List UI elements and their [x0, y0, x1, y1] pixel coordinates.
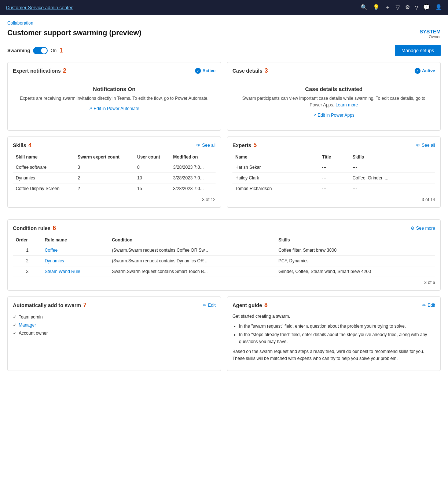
eye-icon: 👁 — [196, 143, 201, 148]
condition-rules-table: Order Rule name Condition Skills 1 Coffe… — [13, 235, 435, 277]
skill-user-count: 15 — [134, 183, 170, 194]
experts-table-head: Name Title Skills — [232, 152, 435, 162]
notifications-desc: Experts are receiving swarm invitations … — [16, 95, 212, 102]
auto-swarm-edit-link[interactable]: ✏ Edit — [203, 303, 216, 308]
expert-notifications-title: Expert notifications 2 — [13, 68, 66, 74]
page-header: Customer support swarming (preview) SYST… — [7, 29, 441, 39]
skills-table-head: Skill name Swarm expert count User count… — [13, 152, 216, 162]
chat-icon[interactable]: 💬 — [423, 4, 430, 11]
skill-expert-count: 3 — [74, 162, 134, 172]
case-details-header: Case details 3 ✓ Active — [232, 68, 435, 74]
experts-col-skills: Skills — [350, 152, 435, 162]
help-icon[interactable]: ? — [415, 4, 418, 11]
agent-guide-bullets: In the "swarm request" field, enter a qu… — [232, 323, 435, 346]
skill-user-count: 10 — [134, 172, 170, 183]
skills-title: Skills 4 — [13, 142, 32, 149]
cr-condition: (Swarm.Swarm request contains Dynamics O… — [109, 255, 275, 266]
expert-name: Tomas Richardson — [232, 183, 319, 194]
swarming-left: Swarming On 1 — [7, 47, 63, 54]
agent-guide-header: Agent guide 8 ✏ Edit — [232, 302, 435, 309]
skill-expert-count: 2 — [74, 183, 134, 194]
skills-col-name: Skill name — [13, 152, 74, 162]
agent-guide-title: Agent guide 8 — [232, 302, 268, 309]
edit-icon: ✏ — [203, 303, 206, 308]
skills-card: Skills 4 👁 See all Skill name Swarm expe… — [7, 136, 221, 208]
cr-name: Steam Wand Rule — [42, 266, 109, 277]
breadcrumb[interactable]: Collaboration — [7, 21, 441, 26]
external-link-icon-2: ↗ — [313, 113, 316, 117]
settings-icon[interactable]: ⚙ — [405, 4, 410, 11]
skills-see-all-link[interactable]: 👁 See all — [196, 143, 216, 148]
skill-modified: 3/28/2023 7:0... — [170, 183, 216, 194]
condition-rules-title: Condition rules 6 — [13, 225, 56, 232]
page-title: Customer support swarming (preview) — [7, 29, 142, 37]
agent-guide-edit-link[interactable]: ✏ Edit — [422, 303, 435, 308]
experts-see-all-link[interactable]: 👁 See all — [416, 143, 435, 148]
expert-title: --- — [319, 183, 350, 194]
skill-modified: 3/28/2023 7:0... — [170, 162, 216, 172]
cr-name: Coffee — [42, 245, 109, 255]
swarming-toggle[interactable] — [33, 47, 48, 54]
experts-title: Experts 5 — [232, 142, 257, 149]
auto-swarm-card: Automatically add to swarm 7 ✏ Edit Team… — [7, 296, 221, 371]
skills-col-expert-count: Swarm expert count — [74, 152, 134, 162]
list-item: Manager — [13, 321, 216, 329]
swarming-title: Swarming — [7, 48, 30, 53]
edit-power-automate-link[interactable]: ↗ Edit in Power Automate — [89, 106, 139, 111]
main-content: Collaboration Customer support swarming … — [0, 15, 448, 477]
cr-name: Dynamics — [42, 255, 109, 266]
condition-rules-pagination: 3 of 6 — [13, 277, 435, 285]
expert-notifications-header: Expert notifications 2 ✓ Active — [13, 68, 216, 74]
condition-rules-see-more-link[interactable]: ⚙ See more — [411, 226, 435, 231]
skills-col-user-count: User count — [134, 152, 170, 162]
gear-icon: ⚙ — [411, 226, 415, 231]
cr-skills: Coffee filter, Smart brew 3000 — [275, 245, 435, 255]
list-item: In the "swarm request" field, enter a qu… — [239, 323, 435, 330]
case-details-desc: Swarm participants can view important ca… — [236, 95, 432, 108]
experts-col-title: Title — [319, 152, 350, 162]
lightbulb-icon[interactable]: 💡 — [373, 4, 380, 11]
agent-guide-card: Agent guide 8 ✏ Edit Get started creatin… — [227, 296, 441, 371]
agent-guide-footer: Based on the swarm request and steps alr… — [232, 348, 435, 362]
step-8-number: 8 — [264, 302, 268, 309]
cr-skills: PCF, Dynamics — [275, 255, 435, 266]
step-1-number: 1 — [59, 47, 63, 54]
plus-icon[interactable]: ＋ — [385, 4, 390, 11]
table-row: Coffee Display Screen 2 15 3/28/2023 7:0… — [13, 183, 216, 194]
skill-modified: 3/28/2023 7:0... — [170, 172, 216, 183]
bottom-two-col: Automatically add to swarm 7 ✏ Edit Team… — [7, 296, 441, 371]
edit-power-apps-link[interactable]: ↗ Edit in Power Apps — [313, 113, 355, 118]
user-icon[interactable]: 👤 — [435, 4, 442, 11]
app-title[interactable]: Customer Service admin center — [6, 5, 356, 10]
skills-col-modified: Modified on — [170, 152, 216, 162]
expert-name: Hailey Clark — [232, 172, 319, 183]
step-5-number: 5 — [253, 142, 257, 149]
experts-table-body: Harish Sekar --- --- Hailey Clark --- Co… — [232, 162, 435, 194]
manage-setups-button[interactable]: Manage setups — [395, 45, 441, 56]
cr-skills: Grinder, Coffee, Steam wand, Smart brew … — [275, 266, 435, 277]
table-row: Coffee software 3 8 3/28/2023 7:0... — [13, 162, 216, 172]
learn-more-link[interactable]: Learn more — [335, 102, 358, 108]
expert-title: --- — [319, 162, 350, 172]
cr-order: 2 — [13, 255, 42, 266]
skill-name: Dynamics — [13, 172, 74, 183]
search-icon[interactable]: 🔍 — [361, 4, 368, 11]
system-label: SYSTEM — [419, 29, 441, 34]
expert-notifications-body: Notifications On Experts are receiving s… — [13, 79, 216, 119]
auto-swarm-title: Automatically add to swarm 7 — [13, 302, 87, 309]
cr-condition: Swarm.Swarm request contains Smart Touch… — [109, 266, 275, 277]
skills-table: Skill name Swarm expert count User count… — [13, 152, 216, 194]
cr-col-condition: Condition — [109, 235, 275, 245]
experts-header: Experts 5 👁 See all — [232, 142, 435, 149]
cr-order: 3 — [13, 266, 42, 277]
table-row: 2 Dynamics (Swarm.Swarm request contains… — [13, 255, 435, 266]
skill-user-count: 8 — [134, 162, 170, 172]
toggle-knob — [41, 48, 47, 54]
filter-icon[interactable]: ▽ — [396, 4, 400, 11]
owner-label: Owner — [419, 34, 441, 39]
condition-rules-body: 1 Coffee (Swarm.Swarm request contains C… — [13, 245, 435, 277]
expert-notifications-card: Expert notifications 2 ✓ Active Notifica… — [7, 62, 221, 131]
skill-name: Coffee software — [13, 162, 74, 172]
eye-icon-2: 👁 — [416, 143, 420, 148]
cr-col-order: Order — [13, 235, 42, 245]
